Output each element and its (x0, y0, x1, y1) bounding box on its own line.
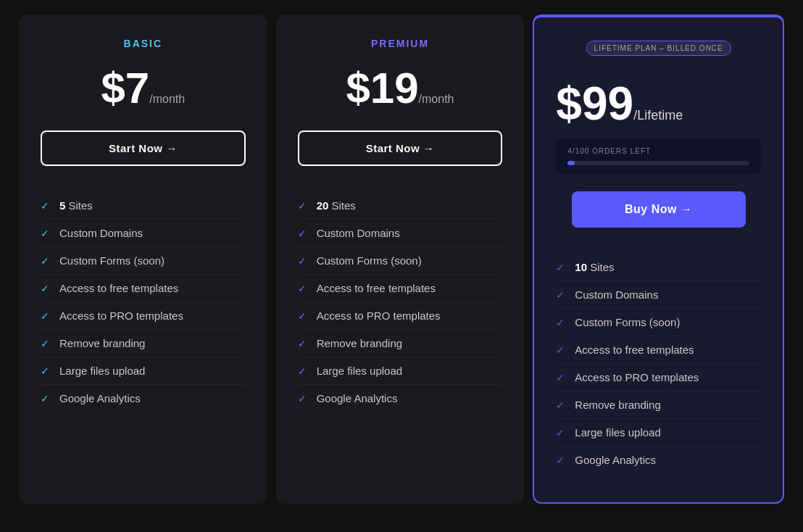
check-icon: ✓ (556, 372, 565, 383)
feature-free-templates-basic: ✓ Access to free templates (41, 275, 246, 302)
feature-analytics-lifetime: ✓ Google Analytics (556, 446, 761, 473)
price-period-premium: /month (419, 93, 454, 105)
check-icon: ✓ (298, 200, 307, 212)
feature-large-files-premium: ✓ Large files upload (298, 357, 503, 385)
feature-pro-templates-basic: ✓ Access to PRO templates (41, 302, 246, 330)
feature-custom-domains-basic: ✓ Custom Domains (41, 220, 246, 247)
plan-title-premium: PREMIUM (298, 38, 503, 49)
check-icon: ✓ (556, 427, 565, 439)
check-icon: ✓ (298, 255, 307, 267)
check-icon: ✓ (556, 454, 565, 466)
check-icon: ✓ (298, 393, 307, 404)
orders-bar-bg (567, 161, 749, 165)
feature-remove-branding-basic: ✓ Remove branding (41, 330, 246, 357)
check-icon: ✓ (41, 255, 49, 267)
check-icon: ✓ (298, 228, 307, 239)
feature-sites-lifetime: ✓ 10 Sites (556, 254, 761, 281)
feature-custom-forms-premium: ✓ Custom Forms (soon) (298, 247, 503, 275)
feature-sites-basic: ✓ 5 Sites (41, 192, 246, 220)
check-icon: ✓ (298, 283, 307, 294)
feature-pro-templates-premium: ✓ Access to PRO templates (298, 302, 503, 330)
feature-bold: 5 (59, 199, 65, 212)
check-icon: ✓ (41, 393, 49, 404)
check-icon: ✓ (556, 289, 565, 301)
feature-custom-forms-lifetime: ✓ Custom Forms (soon) (556, 309, 761, 336)
buy-now-button[interactable]: Buy Now → (572, 191, 746, 228)
price-row-premium: $19/month (298, 67, 503, 110)
price-amount-basic: $7 (101, 64, 150, 112)
plan-card-basic: BASIC $7/month Start Now → ✓ 5 Sites ✓ C… (19, 14, 267, 504)
feature-large-files-basic: ✓ Large files upload (41, 357, 246, 385)
feature-custom-domains-lifetime: ✓ Custom Domains (556, 281, 761, 309)
check-icon: ✓ (298, 310, 307, 322)
check-icon: ✓ (556, 317, 565, 328)
pricing-container: BASIC $7/month Start Now → ✓ 5 Sites ✓ C… (7, 7, 796, 511)
feature-bold: 20 (317, 199, 329, 212)
feature-list-premium: ✓ 20 Sites ✓ Custom Domains ✓ Custom For… (298, 192, 503, 412)
feature-analytics-premium: ✓ Google Analytics (298, 385, 503, 412)
feature-custom-forms-basic: ✓ Custom Forms (soon) (41, 247, 246, 275)
plan-card-premium: PREMIUM $19/month Start Now → ✓ 20 Sites… (276, 14, 525, 504)
check-icon: ✓ (298, 365, 307, 377)
price-period-basic: /month (149, 93, 185, 105)
feature-pro-templates-lifetime: ✓ Access to PRO templates (556, 364, 761, 391)
feature-custom-domains-premium: ✓ Custom Domains (298, 220, 503, 247)
feature-remove-branding-premium: ✓ Remove branding (298, 330, 503, 357)
start-now-button-basic[interactable]: Start Now → (41, 130, 246, 166)
feature-large-files-lifetime: ✓ Large files upload (556, 419, 761, 446)
check-icon: ✓ (556, 399, 565, 411)
feature-free-templates-lifetime: ✓ Access to free templates (556, 336, 761, 364)
plan-card-lifetime: LIFETIME PLAN – BILLED ONCE $99/Lifetime… (533, 14, 784, 504)
check-icon: ✓ (41, 338, 49, 349)
check-icon: ✓ (41, 365, 49, 377)
feature-free-templates-premium: ✓ Access to free templates (298, 275, 503, 302)
feature-remove-branding-lifetime: ✓ Remove branding (556, 391, 761, 419)
plan-title-basic: BASIC (41, 38, 246, 49)
feature-analytics-basic: ✓ Google Analytics (41, 385, 246, 412)
check-icon: ✓ (556, 262, 565, 273)
check-icon: ✓ (41, 283, 49, 294)
price-row-lifetime: $99/Lifetime (556, 80, 761, 127)
feature-sites-premium: ✓ 20 Sites (298, 192, 503, 220)
feature-list-lifetime: ✓ 10 Sites ✓ Custom Domains ✓ Custom For… (556, 254, 761, 473)
price-amount-premium: $19 (346, 64, 418, 112)
lifetime-badge: LIFETIME PLAN – BILLED ONCE (586, 41, 731, 56)
check-icon: ✓ (41, 228, 49, 239)
feature-list-basic: ✓ 5 Sites ✓ Custom Domains ✓ Custom Form… (41, 192, 246, 412)
price-period-lifetime: /Lifetime (633, 108, 683, 122)
price-amount-lifetime: $99 (556, 78, 633, 130)
check-icon: ✓ (41, 200, 49, 212)
feature-bold: 10 (575, 261, 587, 273)
check-icon: ✓ (41, 310, 49, 322)
orders-bar-fill (567, 161, 575, 165)
check-icon: ✓ (298, 338, 307, 349)
orders-container: 4/100 ORDERS LEFT (556, 138, 761, 174)
check-icon: ✓ (556, 344, 565, 356)
start-now-button-premium[interactable]: Start Now → (298, 130, 503, 166)
price-row-basic: $7/month (41, 67, 246, 110)
orders-label: 4/100 ORDERS LEFT (567, 147, 749, 155)
